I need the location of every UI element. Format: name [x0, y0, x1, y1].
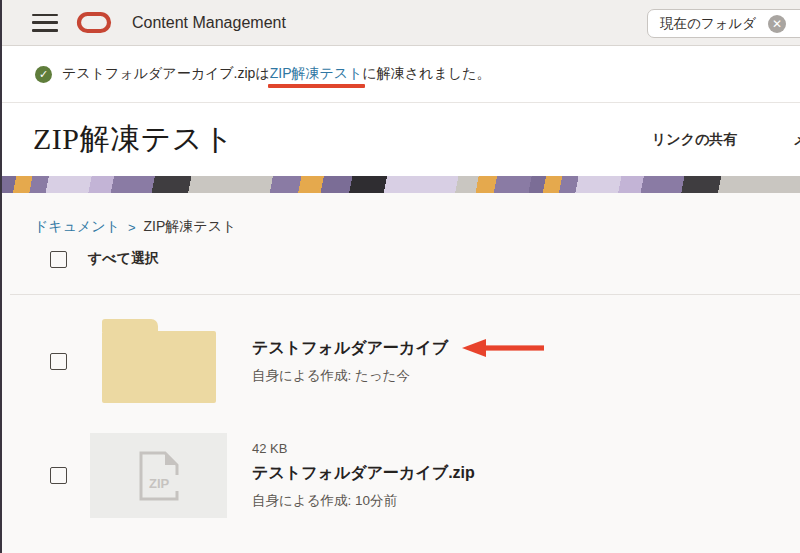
share-link-button[interactable]: リンクの共有: [652, 131, 737, 149]
folder-filter-chip: 現在のフォルダ: [660, 15, 756, 33]
close-icon[interactable]: ✕: [768, 15, 786, 33]
zip-title[interactable]: テストフォルダアーカイブ.zip: [252, 463, 475, 484]
select-all-label: すべて選択: [88, 250, 159, 268]
content-area: ドキュメント > ZIP解凍テスト すべて選択 テストフォルダアーカイブ 自身に…: [2, 193, 800, 553]
zip-icon-area: ZIP: [90, 433, 227, 518]
zip-text: 42 KB テストフォルダアーカイブ.zip 自身による作成: 10分前: [252, 441, 475, 510]
list-item-zip[interactable]: ZIP 42 KB テストフォルダアーカイブ.zip 自身による作成: 10分前: [2, 433, 800, 518]
red-underline-annotation: [268, 84, 365, 88]
folder-title[interactable]: テストフォルダアーカイブ: [252, 338, 448, 359]
zip-thumbnail: ZIP: [90, 433, 227, 518]
page-title: ZIP解凍テスト: [33, 119, 234, 160]
breadcrumb-documents-link[interactable]: ドキュメント: [34, 218, 120, 236]
breadcrumb-separator: >: [128, 220, 136, 235]
list-divider: [10, 294, 800, 295]
folder-subtitle: 自身による作成: たった今: [252, 367, 544, 385]
red-arrow-annotation: [462, 339, 544, 357]
zip-subtitle: 自身による作成: 10分前: [252, 492, 475, 510]
success-notification: ✓ テストフォルダアーカイブ.zipはZIP解凍テストに解凍されました。: [2, 46, 800, 103]
app: { "topbar": { "title": "Content Manageme…: [0, 0, 800, 553]
folder-checkbox[interactable]: [50, 353, 67, 370]
oracle-logo: [76, 11, 112, 34]
zip-file-size: 42 KB: [252, 441, 475, 456]
members-button-partial[interactable]: メ: [793, 131, 800, 149]
hamburger-menu-icon[interactable]: [32, 14, 58, 32]
folder-text: テストフォルダアーカイブ 自身による作成: たった今: [252, 338, 544, 385]
list-item-folder[interactable]: テストフォルダアーカイブ 自身による作成: たった今: [2, 311, 800, 411]
breadcrumb: ドキュメント > ZIP解凍テスト: [2, 193, 800, 236]
notification-text: テストフォルダアーカイブ.zipはZIP解凍テストに解凍されました。: [62, 65, 490, 83]
select-all-checkbox[interactable]: [50, 251, 67, 268]
folder-icon-area: [90, 311, 227, 411]
folder-icon: [102, 331, 216, 403]
select-all-row: すべて選択: [50, 250, 800, 268]
zip-file-icon: ZIP: [135, 449, 183, 503]
top-bar: Content Management 現在のフォルダ ✕ ア: [2, 0, 800, 46]
page-header: ZIP解凍テスト リンクの共有 メ: [2, 103, 800, 176]
header-actions: リンクの共有 メ: [652, 103, 800, 176]
svg-text:ZIP: ZIP: [149, 476, 170, 491]
zip-checkbox[interactable]: [50, 467, 67, 484]
success-check-icon: ✓: [35, 66, 52, 83]
breadcrumb-current: ZIP解凍テスト: [144, 218, 237, 236]
search-input[interactable]: 現在のフォルダ ✕ ア: [647, 9, 800, 38]
extracted-folder-link[interactable]: ZIP解凍テスト: [270, 65, 363, 81]
folder-banner-image: [2, 176, 800, 193]
app-title: Content Management: [132, 14, 286, 32]
